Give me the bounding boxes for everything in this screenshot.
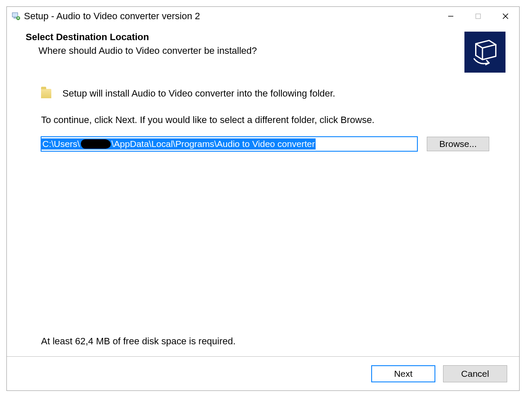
browse-button[interactable]: Browse... xyxy=(427,137,489,151)
install-info-text: Setup will install Audio to Video conver… xyxy=(62,88,335,99)
continue-instruction: To continue, click Next. If you would li… xyxy=(41,114,489,126)
header-area: Select Destination Location Where should… xyxy=(7,26,519,73)
path-prefix: C:\Users\ xyxy=(42,139,80,149)
path-row: C:\Users\\AppData\Local\Programs\Audio t… xyxy=(41,137,489,151)
svg-rect-1 xyxy=(14,17,17,19)
install-info-line: Setup will install Audio to Video conver… xyxy=(41,88,489,99)
disk-space-notice: At least 62,4 MB of free disk space is r… xyxy=(41,336,489,356)
minimize-button[interactable] xyxy=(437,7,464,26)
close-button[interactable] xyxy=(492,7,519,26)
content-area: Setup will install Audio to Video conver… xyxy=(7,73,519,356)
install-path-input[interactable]: C:\Users\\AppData\Local\Programs\Audio t… xyxy=(41,137,417,151)
page-heading: Select Destination Location xyxy=(26,32,456,43)
folder-icon xyxy=(41,89,51,98)
window-title: Setup - Audio to Video converter version… xyxy=(24,11,437,22)
svg-rect-4 xyxy=(476,14,481,19)
setup-window: Setup - Audio to Video converter version… xyxy=(6,6,520,391)
page-subheading: Where should Audio to Video converter be… xyxy=(38,45,456,56)
next-button[interactable]: Next xyxy=(371,365,435,382)
installer-logo-icon xyxy=(464,32,505,73)
installer-icon xyxy=(11,12,21,21)
maximize-button xyxy=(464,7,492,26)
footer: Next Cancel xyxy=(7,356,519,390)
svg-rect-0 xyxy=(12,13,18,17)
window-controls xyxy=(437,7,519,26)
path-suffix: \AppData\Local\Programs\Audio to Video c… xyxy=(112,139,315,149)
redacted-username xyxy=(81,139,111,149)
cancel-button[interactable]: Cancel xyxy=(443,365,507,382)
titlebar: Setup - Audio to Video converter version… xyxy=(7,7,519,26)
